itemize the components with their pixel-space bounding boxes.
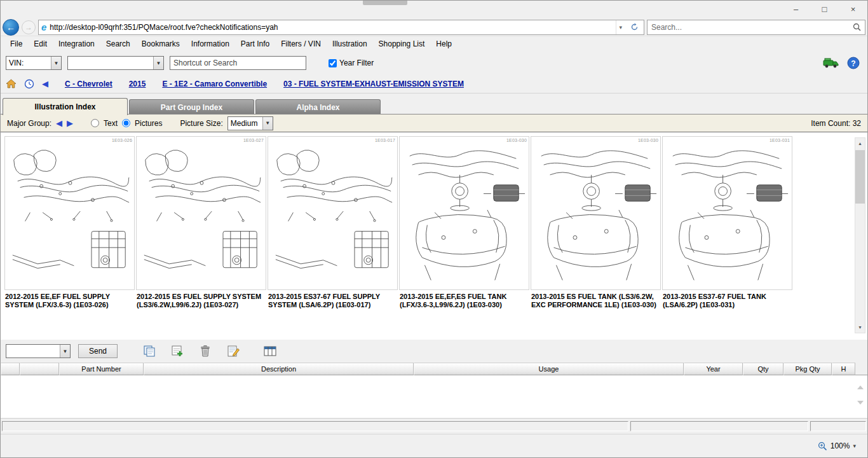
- scroll-thumb[interactable]: [855, 150, 865, 204]
- search-field[interactable]: [647, 20, 865, 35]
- illustration-image[interactable]: 1E03-026: [4, 136, 135, 290]
- home-icon[interactable]: [6, 79, 17, 88]
- illustration-thumbnail[interactable]: 1E03-030 2013-2015 ES FUEL TANK (LS3/6.2…: [531, 136, 661, 309]
- picture-size-combobox[interactable]: Medium ▼: [227, 116, 273, 130]
- zoom-caret-icon: ▾: [853, 443, 856, 449]
- year-filter-label: Year Filter: [339, 59, 374, 67]
- vin-combobox[interactable]: VIN: ▼: [6, 56, 62, 70]
- vin-combobox-value: VIN:: [6, 57, 51, 69]
- menu-file[interactable]: File: [4, 37, 28, 51]
- refresh-icon[interactable]: [628, 23, 641, 31]
- illustration-thumbnail[interactable]: 1E03-030 2013-2015 EE,EF,ES FUEL TANK (L…: [399, 136, 529, 309]
- menu-search[interactable]: Search: [100, 37, 136, 51]
- parts-table-body: [1, 375, 867, 419]
- maximize-button[interactable]: □: [810, 1, 839, 17]
- address-bar: ← → e ▾: [1, 18, 867, 36]
- column-header-year[interactable]: Year: [684, 363, 743, 375]
- back-button[interactable]: ←: [3, 19, 19, 36]
- menu-information[interactable]: Information: [186, 37, 235, 51]
- action-combobox[interactable]: ▼: [6, 344, 71, 358]
- menu-edit[interactable]: Edit: [28, 37, 53, 51]
- copy-icon[interactable]: [142, 344, 157, 359]
- menu-part-info[interactable]: Part Info: [235, 37, 275, 51]
- vin-value-combobox-arrow-icon[interactable]: ▼: [153, 57, 163, 69]
- delete-icon[interactable]: [198, 344, 213, 359]
- column-header-blank-0[interactable]: [1, 363, 20, 375]
- illustration-image[interactable]: 1E03-030: [399, 136, 529, 290]
- column-header-qty[interactable]: Qty: [743, 363, 783, 375]
- major-group-next-icon[interactable]: ▶: [67, 119, 73, 127]
- column-header-pkg-qty[interactable]: Pkg Qty: [783, 363, 832, 375]
- forward-button[interactable]: →: [22, 20, 36, 34]
- illustration-thumbnail[interactable]: 1E03-017 2013-2015 ES37-67 FUEL SUPPLY S…: [268, 136, 398, 309]
- close-button[interactable]: ×: [839, 1, 867, 17]
- menu-shopping-list[interactable]: Shopping List: [373, 37, 431, 51]
- minimize-button[interactable]: –: [782, 1, 810, 17]
- tab-illustration-index[interactable]: Illustration Index: [3, 98, 128, 115]
- breadcrumb: ◀ C - Chevrolet2015E - 1E2 - Camaro Conv…: [1, 74, 867, 94]
- history-icon[interactable]: [24, 79, 34, 89]
- menu-bookmarks[interactable]: Bookmarks: [136, 37, 186, 51]
- menu-filters-vin[interactable]: Filters / VIN: [275, 37, 327, 51]
- fuel-supply-diagram: [268, 137, 397, 289]
- illustration-thumbnail[interactable]: 1E03-031 2013-2015 ES37-67 FUEL TANK (LS…: [662, 136, 792, 309]
- fuel-tank-diagram: [400, 137, 529, 289]
- illustration-thumbnail[interactable]: 1E03-027 2012-2015 ES FUEL SUPPLY SYSTEM…: [136, 136, 266, 309]
- menu-illustration[interactable]: Illustration: [327, 37, 373, 51]
- breadcrumb-link-c-chevrolet[interactable]: C - Chevrolet: [65, 80, 112, 88]
- picture-size-label: Picture Size:: [180, 119, 222, 128]
- send-button[interactable]: Send: [78, 344, 118, 358]
- search-input[interactable]: [651, 23, 850, 32]
- menu-integration[interactable]: Integration: [53, 37, 100, 51]
- add-icon[interactable]: [170, 344, 185, 359]
- breadcrumb-link-03-fuel-system-exhaust-e[interactable]: 03 - FUEL SYSTEM-EXHAUST-EMISSION SYSTEM: [283, 80, 464, 88]
- svg-text:?: ?: [851, 59, 855, 68]
- scroll-up-icon[interactable]: ▲: [855, 138, 865, 149]
- illustration-image[interactable]: 1E03-017: [268, 136, 398, 290]
- illustration-image[interactable]: 1E03-031: [662, 136, 792, 290]
- year-filter-checkbox[interactable]: [329, 59, 337, 67]
- column-header-part-number[interactable]: Part Number: [59, 363, 144, 375]
- column-header-blank-1[interactable]: [20, 363, 59, 375]
- menu-help[interactable]: Help: [430, 37, 458, 51]
- search-icon[interactable]: [853, 23, 861, 31]
- vertical-scrollbar[interactable]: ▲ ▼: [855, 137, 865, 333]
- breadcrumb-back-icon[interactable]: ◀: [42, 80, 48, 88]
- scroll-track[interactable]: [855, 149, 865, 322]
- column-header-h[interactable]: H: [832, 363, 855, 375]
- vin-combobox-arrow-icon[interactable]: ▼: [51, 57, 61, 69]
- url-dropdown-icon[interactable]: ▾: [616, 20, 625, 34]
- major-group-prev-icon[interactable]: ◀: [56, 119, 62, 127]
- tab-strip: Illustration IndexPart Group IndexAlpha …: [1, 97, 867, 114]
- tab-part-group-index[interactable]: Part Group Index: [129, 99, 254, 114]
- shortcut-search-input[interactable]: [170, 56, 306, 70]
- vin-value-combobox[interactable]: ▼: [67, 56, 164, 70]
- scroll-down-icon[interactable]: ▼: [855, 322, 865, 333]
- table-columns-icon[interactable]: [262, 344, 278, 359]
- help-icon[interactable]: ?: [847, 57, 860, 69]
- illustration-image[interactable]: 1E03-027: [136, 136, 266, 290]
- zoom-control[interactable]: 100% ▾: [814, 440, 860, 452]
- table-scroll-down-icon[interactable]: [857, 401, 864, 405]
- vin-value-combobox-value: [68, 57, 153, 69]
- fuel-tank-diagram: [663, 137, 792, 289]
- table-scroll-up-icon[interactable]: [857, 385, 864, 389]
- action-combobox-arrow-icon[interactable]: ▼: [60, 345, 70, 357]
- illustration-id-label: 1E03-026: [112, 138, 132, 142]
- column-header-usage[interactable]: Usage: [414, 363, 684, 375]
- status-bar: [1, 419, 867, 434]
- tab-alpha-index[interactable]: Alpha Index: [255, 99, 381, 114]
- column-header-description[interactable]: Description: [144, 363, 414, 375]
- pictures-radio[interactable]: [122, 119, 130, 127]
- url-field[interactable]: e ▾: [38, 20, 644, 35]
- illustration-image[interactable]: 1E03-030: [531, 136, 661, 290]
- edit-note-icon[interactable]: [226, 344, 241, 359]
- illustration-thumbnail[interactable]: 1E03-026 2012-2015 EE,EF FUEL SUPPLY SYS…: [4, 136, 135, 309]
- text-radio[interactable]: [91, 119, 99, 127]
- action-icons: [142, 344, 278, 359]
- breadcrumb-link-e-1e2-camaro-convertible[interactable]: E - 1E2 - Camaro Convertible: [162, 80, 267, 88]
- breadcrumb-link-2015[interactable]: 2015: [129, 80, 146, 88]
- vehicle-icon[interactable]: [823, 57, 839, 69]
- url-input[interactable]: [50, 23, 613, 32]
- picture-size-arrow-icon[interactable]: ▼: [262, 117, 273, 130]
